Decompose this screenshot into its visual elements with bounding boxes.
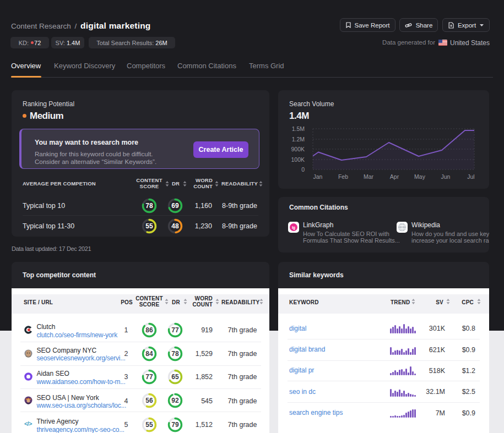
svg-text:55: 55 (145, 222, 153, 230)
svg-text:77: 77 (171, 326, 179, 334)
svg-text:56: 56 (145, 397, 153, 404)
svg-text:84: 84 (145, 350, 153, 358)
svg-text:69: 69 (171, 202, 179, 210)
svg-text:900K: 900K (291, 146, 305, 152)
svg-text:65: 65 (171, 373, 179, 381)
svg-text:Feb: Feb (338, 173, 348, 180)
svg-text:78: 78 (171, 350, 179, 358)
svg-text:Jan: Jan (313, 173, 323, 180)
svg-text:May: May (414, 173, 426, 180)
svg-text:92: 92 (171, 397, 179, 404)
svg-text:77: 77 (145, 373, 153, 381)
svg-text:1.5M: 1.5M (292, 125, 305, 132)
svg-text:86: 86 (145, 326, 153, 334)
svg-text:1.2M: 1.2M (292, 136, 305, 142)
svg-text:100K: 100K (291, 156, 305, 163)
svg-text:Apr: Apr (390, 173, 399, 180)
svg-text:Mar: Mar (364, 173, 374, 180)
svg-text:79: 79 (171, 421, 179, 429)
svg-text:lg: lg (292, 226, 295, 230)
svg-text:78: 78 (145, 202, 153, 210)
svg-text:0: 0 (301, 166, 305, 173)
svg-text:48: 48 (171, 222, 179, 230)
svg-text:Jun: Jun (441, 173, 451, 180)
svg-text:55: 55 (145, 421, 153, 429)
svg-text:Jul: Jul (467, 173, 474, 180)
